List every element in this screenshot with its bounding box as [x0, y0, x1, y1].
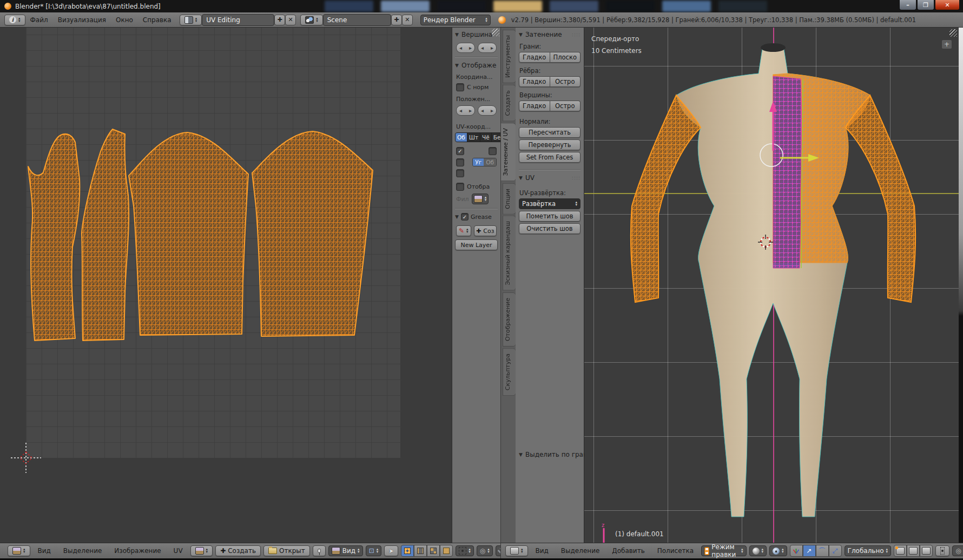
- panel-header-uv[interactable]: UV ::::: [519, 174, 581, 182]
- other-uv-checkbox[interactable]: [456, 169, 464, 177]
- select-mode-face-button[interactable]: [427, 545, 440, 557]
- smooth-checkbox[interactable]: [456, 147, 464, 155]
- modified-checkbox[interactable]: [489, 147, 497, 155]
- panel-header-grease-pencil[interactable]: Grease: [455, 213, 498, 221]
- stretch-checkbox[interactable]: [456, 158, 464, 166]
- screen-layout-icon-dropdown[interactable]: [180, 15, 202, 25]
- close-button[interactable]: ✕: [935, 0, 960, 10]
- menu-uvs[interactable]: UV: [169, 547, 188, 555]
- uv-2d-cursor[interactable]: [11, 443, 41, 473]
- tab-grease-pencil[interactable]: Эскизный карандаш: [503, 216, 516, 291]
- editor-type-dropdown[interactable]: [8, 545, 30, 556]
- menu-select[interactable]: Выделение: [556, 547, 604, 555]
- render-engine-dropdown[interactable]: Рендер Blender: [420, 15, 491, 25]
- draw-type-black[interactable]: Чё: [480, 133, 492, 142]
- menu-select[interactable]: Выделение: [58, 547, 107, 555]
- recalculate-normals-button[interactable]: Пересчитать: [519, 127, 581, 138]
- mark-seam-button[interactable]: Пометить шов: [519, 211, 581, 222]
- delete-scene-button[interactable]: ✕: [402, 15, 413, 25]
- set-from-faces-button[interactable]: Set From Faces: [519, 152, 581, 163]
- stretch-angle[interactable]: Уг: [473, 158, 484, 166]
- flip-normals-button[interactable]: Перевернуть: [519, 139, 581, 150]
- panel-drag-grip[interactable]: ::::: [572, 32, 581, 37]
- mode-dropdown[interactable]: Режим правки: [701, 545, 746, 556]
- draw-type-dash[interactable]: Шт: [467, 133, 480, 142]
- model-mesh[interactable]: [584, 28, 959, 543]
- panel-header-shading[interactable]: Затенение ::::: [519, 31, 581, 38]
- viewport-3d[interactable]: Спереди-орто 10 Centimeters + z x (1) de…: [584, 28, 959, 543]
- normalized-checkbox[interactable]: [456, 83, 464, 91]
- delete-screen-button[interactable]: ✕: [285, 15, 296, 25]
- vertex-select-button[interactable]: [894, 545, 907, 557]
- pivot-dropdown[interactable]: ⊡: [366, 545, 382, 556]
- transform-orientation-dropdown[interactable]: Глобально: [845, 545, 892, 556]
- draw-type-outline[interactable]: Об: [456, 133, 467, 142]
- viewport-shading-dropdown[interactable]: [749, 545, 767, 556]
- manipulator-translate-button[interactable]: ↗: [803, 545, 816, 557]
- tab-tools[interactable]: Инструменты: [503, 30, 516, 83]
- faces-flat-button[interactable]: Плоско: [550, 52, 581, 63]
- unwrap-dropdown[interactable]: Развёртка: [519, 198, 581, 209]
- face-select-button[interactable]: [920, 545, 933, 557]
- select-mode-vertex-button[interactable]: [401, 545, 414, 557]
- vertices-smooth-button[interactable]: Гладко: [519, 101, 550, 111]
- grease-pencil-source-dropdown[interactable]: ✎: [456, 225, 471, 236]
- screen-layout-field[interactable]: UV Editing: [202, 14, 274, 26]
- region-corner-grip[interactable]: [949, 29, 957, 37]
- limit-selection-visible-button[interactable]: [935, 545, 949, 556]
- panel-header-display[interactable]: Отображе: [455, 62, 498, 69]
- filter-dropdown[interactable]: [472, 194, 489, 204]
- menu-add[interactable]: Добавить: [607, 547, 649, 555]
- draw-type-white[interactable]: Бе: [492, 133, 500, 142]
- select-mode-island-button[interactable]: [440, 545, 453, 557]
- uv-image-editor-canvas[interactable]: [0, 28, 452, 543]
- menu-mesh[interactable]: Полисетка: [652, 547, 698, 555]
- sync-uv-selection-toggle[interactable]: ➤: [384, 545, 398, 556]
- menu-image[interactable]: Изображение: [109, 547, 166, 555]
- sticky-selection-dropdown[interactable]: [456, 545, 474, 556]
- display-channels-dropdown[interactable]: Вид: [328, 545, 363, 556]
- menu-render[interactable]: Визуализация: [53, 16, 111, 24]
- region-corner-grip[interactable]: [492, 29, 499, 36]
- pin-image-button[interactable]: [313, 545, 326, 556]
- sleeve-right[interactable]: [846, 95, 915, 302]
- scene-icon-dropdown[interactable]: [300, 15, 323, 25]
- sleeve-left[interactable]: [631, 95, 701, 302]
- restore-button[interactable]: ❐: [917, 0, 934, 10]
- edges-smooth-button[interactable]: Гладко: [519, 76, 550, 87]
- proportional-edit-dropdown[interactable]: ◎: [952, 545, 963, 556]
- scene-field[interactable]: Scene: [323, 14, 391, 26]
- editor-type-dropdown[interactable]: [505, 545, 528, 556]
- stretch-type-toggle[interactable]: Уг Об: [472, 158, 497, 166]
- uv-vertex-y-stepper[interactable]: [478, 43, 497, 53]
- add-scene-button[interactable]: ✚: [391, 15, 402, 25]
- menu-window[interactable]: Окно: [111, 16, 138, 24]
- manipulator-toggle-button[interactable]: [790, 545, 803, 557]
- manipulator-scale-button[interactable]: ⤢: [829, 545, 842, 557]
- repeat-image-checkbox[interactable]: [456, 183, 464, 191]
- position-x-stepper[interactable]: [456, 105, 475, 116]
- edge-select-button[interactable]: [907, 545, 920, 557]
- edges-sharp-button[interactable]: Остро: [550, 76, 581, 87]
- position-y-stepper[interactable]: [478, 105, 497, 116]
- clear-seam-button[interactable]: Очистить шов: [519, 223, 581, 234]
- new-layer-button[interactable]: New Layer: [455, 239, 498, 250]
- tab-shading-uv[interactable]: Затенение / UV: [501, 123, 516, 181]
- new-image-button[interactable]: ✚ Создать: [215, 545, 261, 556]
- panel-drag-grip[interactable]: ::::: [572, 175, 581, 181]
- panel-header-border-select[interactable]: Выделить по границам: [519, 451, 581, 458]
- tab-display[interactable]: Отображение: [503, 292, 516, 346]
- vertices-sharp-button[interactable]: Остро: [550, 101, 581, 111]
- tab-options[interactable]: Опции: [503, 183, 516, 215]
- open-image-button[interactable]: Открыт: [263, 545, 310, 556]
- menu-view[interactable]: Вид: [33, 547, 56, 555]
- menu-view[interactable]: Вид: [531, 547, 553, 555]
- grease-pencil-checkbox[interactable]: [461, 213, 469, 221]
- grease-new-button[interactable]: ✚Соз: [474, 225, 497, 236]
- minimize-button[interactable]: –: [899, 0, 916, 10]
- image-datablock-dropdown[interactable]: [190, 545, 213, 556]
- menu-file[interactable]: Файл: [25, 16, 53, 24]
- pivot-center-dropdown[interactable]: [769, 545, 787, 556]
- menu-help[interactable]: Справка: [138, 16, 176, 24]
- proportional-edit-dropdown[interactable]: ◎: [477, 545, 493, 556]
